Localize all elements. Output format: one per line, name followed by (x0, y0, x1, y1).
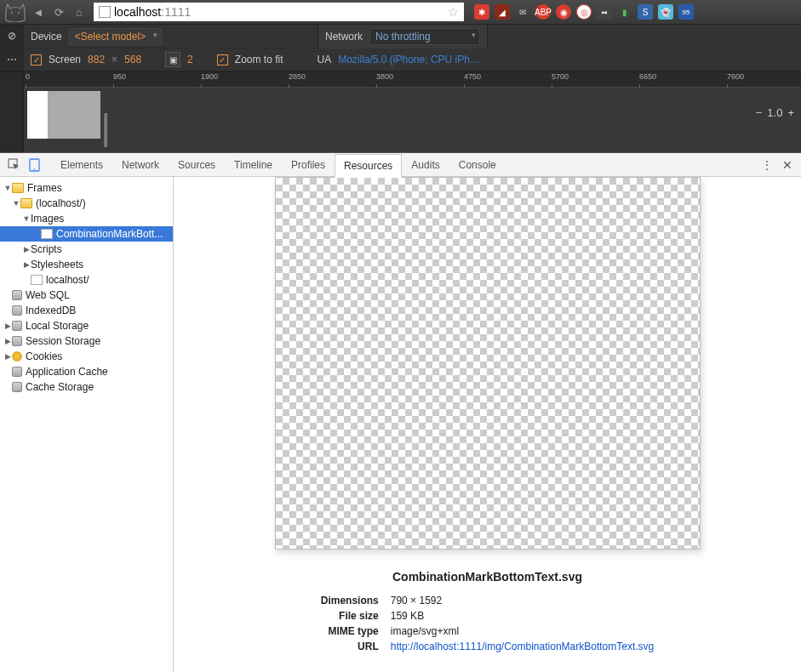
screen-label: Screen (49, 54, 81, 65)
browser-toolbar: ◄ ⟳ ⌂ localhost:1111 ☆ ✱ ◢ ✉ ABP ◉ ◎ ▪▪ … (0, 0, 801, 25)
device-toolbar: ⊘ ⋯ Device <Select model> Network No thr… (0, 25, 801, 72)
folder-icon (12, 183, 24, 193)
ext-icon[interactable]: S (638, 4, 653, 20)
tree-appcache[interactable]: Application Cache (0, 364, 173, 379)
tab-profiles[interactable]: Profiles (282, 153, 335, 177)
tree-sessionstorage[interactable]: Session Storage (0, 333, 173, 349)
tree-image-item[interactable]: CombinationMarkBott... (0, 226, 173, 242)
reload-button[interactable]: ⟳ (49, 3, 68, 21)
home-button[interactable]: ⌂ (70, 3, 89, 21)
resize-handle[interactable] (104, 113, 107, 147)
ext-icon[interactable]: ◎ (576, 4, 592, 20)
preview-metadata: Dimensions790 × 1592 File size159 KB MIM… (314, 592, 661, 655)
device-model-select[interactable]: <Select model> (69, 28, 162, 45)
h-ruler: 0 950 1900 2850 3800 4750 5700 6650 7600 (24, 72, 801, 88)
tree-scripts-folder[interactable]: Scripts (0, 242, 173, 257)
tree-stylesheets-folder[interactable]: Stylesheets (0, 257, 173, 272)
devtools-tabbar: Elements Network Sources Timeline Profil… (0, 153, 801, 177)
tree-localstorage[interactable]: Local Storage (0, 318, 173, 333)
tree-document-item[interactable]: localhost/ (0, 272, 173, 288)
throttle-select[interactable]: No throttling (369, 28, 480, 45)
screen-height[interactable]: 568 (124, 54, 141, 65)
tab-elements[interactable]: Elements (51, 153, 112, 177)
devtools-close-button[interactable]: ✕ (777, 158, 798, 172)
dpr-value[interactable]: 2 (187, 54, 193, 65)
resources-sidebar: Frames (localhost/) Images CombinationMa… (0, 177, 174, 672)
tree-websql[interactable]: Web SQL (0, 288, 173, 303)
zoom-in-button[interactable]: + (787, 106, 794, 119)
toggle-media-button[interactable]: ⋯ (0, 48, 24, 72)
resource-preview-panel: CombinationMarkBottomText.svg Dimensions… (174, 177, 801, 672)
ruler-tick: 7600 (727, 72, 744, 81)
screen-checkbox[interactable] (31, 54, 42, 65)
ext-icon[interactable]: ◢ (495, 4, 510, 20)
file-icon (41, 229, 53, 239)
svg-point-4 (33, 168, 35, 170)
tree-cachestorage[interactable]: Cache Storage (0, 379, 173, 395)
file-icon (31, 275, 43, 285)
url-text: localhost:1111 (114, 5, 444, 19)
tab-network[interactable]: Network (112, 153, 169, 177)
tree-indexeddb[interactable]: IndexedDB (0, 303, 173, 318)
browser-logo (3, 1, 27, 23)
ext-icon[interactable]: ✉ (515, 4, 530, 20)
device-mode-button[interactable] (24, 155, 44, 175)
inspect-element-button[interactable] (3, 155, 24, 175)
page-icon (99, 6, 111, 18)
zoom-out-button[interactable]: − (756, 106, 763, 119)
tab-console[interactable]: Console (449, 153, 506, 177)
adblock-icon[interactable]: ABP (535, 4, 551, 20)
bookmark-star-icon[interactable]: ☆ (448, 5, 459, 19)
ext-icon[interactable]: ✱ (474, 4, 489, 20)
tab-audits[interactable]: Audits (402, 153, 449, 177)
ext-icon[interactable]: ▪▪ (597, 4, 612, 20)
devtools-menu-button[interactable]: ⋮ (757, 155, 777, 175)
meta-label: MIME type (316, 624, 384, 638)
tab-resources[interactable]: Resources (335, 154, 402, 178)
tree-localhost-frame[interactable]: (localhost/) (0, 196, 173, 211)
ruler-tick: 0 (26, 72, 30, 81)
database-icon (12, 290, 22, 300)
svg-point-1 (18, 12, 20, 14)
folder-icon (20, 198, 32, 208)
meta-value: 790 × 1592 (386, 594, 659, 607)
tree-frames[interactable]: Frames (0, 180, 173, 196)
address-bar[interactable]: localhost:1111 ☆ (94, 3, 464, 21)
tree-images-folder[interactable]: Images (0, 211, 173, 226)
svg-point-0 (11, 12, 13, 14)
cookie-icon (12, 351, 22, 362)
device-label: Device (31, 31, 62, 43)
ruler-tick: 950 (113, 72, 126, 81)
tab-timeline[interactable]: Timeline (225, 153, 282, 177)
ruler-tick: 4750 (464, 72, 481, 81)
zoom-level: 1.0 (767, 106, 782, 119)
ext-icon[interactable]: ◉ (556, 4, 571, 20)
ext-icon[interactable]: 👻 (658, 4, 673, 20)
storage-icon (12, 336, 22, 346)
ext-icon[interactable]: ▮ (617, 4, 632, 20)
preview-url-link[interactable]: http://localhost:1111/img/CombinationMar… (391, 641, 654, 652)
tree-cookies[interactable]: Cookies (0, 349, 173, 364)
back-button[interactable]: ◄ (29, 3, 48, 21)
ruler-tick: 6650 (639, 72, 656, 81)
cancel-emulation-button[interactable]: ⊘ (0, 25, 24, 48)
emulated-viewport[interactable] (24, 88, 801, 152)
rotate-button[interactable]: ▣ (165, 52, 180, 67)
preview-filename: CombinationMarkBottomText.svg (392, 570, 582, 584)
image-preview (275, 177, 701, 550)
meta-value: image/svg+xml (386, 624, 659, 638)
screen-width[interactable]: 882 (88, 54, 105, 65)
devtools-body: Frames (localhost/) Images CombinationMa… (0, 177, 801, 672)
meta-label: Dimensions (316, 594, 384, 607)
tab-sources[interactable]: Sources (169, 153, 225, 177)
ruler-tick: 1900 (201, 72, 218, 81)
page-thumbnail[interactable] (27, 91, 100, 139)
v-ruler (0, 72, 24, 152)
zoom-checkbox[interactable] (217, 54, 228, 65)
ruler-tick: 5700 (552, 72, 569, 81)
ext-icon[interactable]: 95 (678, 4, 694, 20)
ua-value[interactable]: Mozilla/5.0 (iPhone; CPU iPhon... (338, 54, 483, 65)
ruler-tick: 3800 (376, 72, 393, 81)
ua-label: UA (317, 54, 331, 65)
network-label: Network (325, 31, 363, 43)
